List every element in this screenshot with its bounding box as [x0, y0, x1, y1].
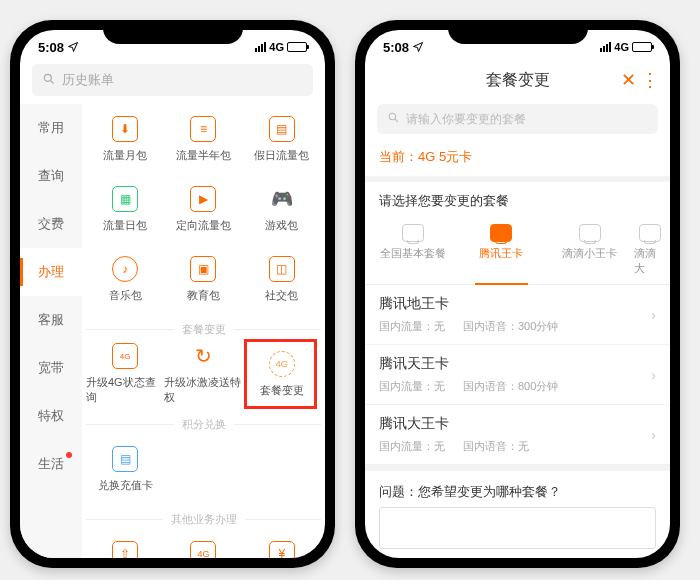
svg-point-2: [389, 113, 396, 120]
card-icon: ▤: [112, 446, 138, 472]
plan-item[interactable]: 腾讯天王卡 国内流量：无 国内语音：800分钟 ›: [365, 345, 670, 405]
folder-icon: [402, 224, 424, 242]
notification-dot: [66, 452, 72, 458]
package-icon: ≡: [190, 116, 216, 142]
page-header: 套餐变更 ✕ ⋮: [365, 60, 670, 100]
package-icon: ▤: [269, 116, 295, 142]
grid-item[interactable]: ▦流量日包: [86, 174, 164, 244]
grid-item[interactable]: ♪音乐包: [86, 244, 164, 314]
page-title: 套餐变更: [486, 70, 550, 91]
folder-icon: [490, 224, 512, 242]
grid-item[interactable]: ¥话费代扣: [243, 529, 321, 558]
plan-name: 腾讯大王卡: [379, 415, 656, 433]
sidebar: 常用 查询 交费 办理 客服 宽带 特权 生活: [20, 104, 82, 558]
battery-icon: [287, 42, 307, 52]
sidebar-item-query[interactable]: 查询: [20, 152, 82, 200]
svg-line-3: [395, 119, 398, 122]
grid-item-empty: [164, 434, 242, 504]
signal-icon: [600, 42, 611, 52]
screen-left: 5:08 4G 历史账单 常用 查询 交费 办理 客服 宽带: [20, 30, 325, 558]
grid-item[interactable]: ◫社交包: [243, 244, 321, 314]
sidebar-item-service[interactable]: 客服: [20, 296, 82, 344]
sidebar-item-common[interactable]: 常用: [20, 104, 82, 152]
tab-didi-big[interactable]: 滴滴大: [634, 220, 666, 284]
grid-item[interactable]: 4G开通4G网络: [164, 529, 242, 558]
package-icon: ▦: [112, 186, 138, 212]
tab-tencent[interactable]: 腾讯王卡: [457, 220, 545, 284]
package-icon: ⬇: [112, 116, 138, 142]
education-icon: ▣: [190, 256, 216, 282]
more-button[interactable]: ⋮: [641, 69, 658, 91]
upgrade-icon: ⇧: [112, 541, 138, 559]
plan-name: 腾讯天王卡: [379, 355, 656, 373]
plan-item[interactable]: 腾讯大王卡 国内流量：无 国内语音：无 ›: [365, 405, 670, 465]
answer-textarea[interactable]: [379, 507, 656, 549]
status-net: 4G: [269, 41, 284, 53]
search-input[interactable]: 历史账单: [32, 64, 313, 96]
4g-icon: 4G: [112, 343, 138, 369]
sidebar-item-privilege[interactable]: 特权: [20, 392, 82, 440]
status-net: 4G: [614, 41, 629, 53]
grid-item[interactable]: ⬇流量月包: [86, 104, 164, 174]
tab-didi-small[interactable]: 滴滴小王卡: [546, 220, 634, 284]
phone-right: 5:08 4G 套餐变更 ✕ ⋮ 请输入你要变更的套餐 当前：4G 5元卡: [355, 20, 680, 568]
section-title: 其他业务办理: [86, 504, 321, 529]
tab-national[interactable]: 全国基本套餐: [369, 220, 457, 284]
music-icon: ♪: [112, 256, 138, 282]
sidebar-item-handle[interactable]: 办理: [20, 248, 82, 296]
current-plan-row: 当前：4G 5元卡: [365, 138, 670, 176]
4g-icon: 4G: [190, 541, 216, 559]
chevron-right-icon: ›: [651, 427, 656, 443]
grid-item-plan-change[interactable]: 4G 套餐变更: [243, 339, 321, 409]
search-input[interactable]: 请输入你要变更的套餐: [377, 104, 658, 134]
plan-meta: 国内流量：无 国内语音：800分钟: [379, 379, 656, 394]
section-title: 积分兑换: [86, 409, 321, 434]
plan-meta: 国内流量：无 国内语音：300分钟: [379, 319, 656, 334]
status-time: 5:08: [383, 40, 409, 55]
grid-item[interactable]: ▤兑换充值卡: [86, 434, 164, 504]
refresh-icon: ↻: [190, 343, 216, 369]
social-icon: ◫: [269, 256, 295, 282]
fee-icon: ¥: [269, 541, 295, 559]
section-title: 套餐变更: [86, 314, 321, 339]
grid-item[interactable]: ▶定向流量包: [164, 174, 242, 244]
svg-point-0: [44, 74, 51, 81]
select-plan-label: 请选择您要变更的套餐: [365, 182, 670, 220]
notch: [448, 20, 588, 44]
close-button[interactable]: ✕: [621, 69, 636, 91]
highlight-box: [244, 339, 317, 409]
folder-icon: [639, 224, 661, 242]
sidebar-item-life[interactable]: 生活: [20, 440, 82, 488]
grid-item[interactable]: ▤假日流量包: [243, 104, 321, 174]
sidebar-item-pay[interactable]: 交费: [20, 200, 82, 248]
grid-item[interactable]: 4G升级4G状态查询: [86, 339, 164, 409]
search-icon: [387, 111, 400, 127]
search-placeholder: 历史账单: [62, 71, 114, 89]
svg-line-1: [51, 80, 54, 83]
screen-right: 5:08 4G 套餐变更 ✕ ⋮ 请输入你要变更的套餐 当前：4G 5元卡: [365, 30, 670, 558]
chevron-right-icon: ›: [651, 307, 656, 323]
grid-item[interactable]: ⇧网龄升级计划: [86, 529, 164, 558]
status-time: 5:08: [38, 40, 64, 55]
phone-left: 5:08 4G 历史账单 常用 查询 交费 办理 客服 宽带: [10, 20, 335, 568]
plan-meta: 国内流量：无 国内语音：无: [379, 439, 656, 454]
search-icon: [42, 72, 56, 89]
notch: [103, 20, 243, 44]
grid-item[interactable]: ↻升级冰激凌送特权: [164, 339, 242, 409]
plan-item[interactable]: 腾讯地王卡 国内流量：无 国内语音：300分钟 ›: [365, 285, 670, 345]
search-placeholder: 请输入你要变更的套餐: [406, 111, 526, 128]
grid-item[interactable]: 🎮游戏包: [243, 174, 321, 244]
grid-item-empty: [243, 434, 321, 504]
grid-area[interactable]: ⬇流量月包 ≡流量半年包 ▤假日流量包 ▦流量日包 ▶定向流量包 🎮游戏包 ♪音…: [82, 104, 325, 558]
question-label: 问题：您希望变更为哪种套餐？: [365, 471, 670, 507]
sidebar-item-broadband[interactable]: 宽带: [20, 344, 82, 392]
location-icon: [67, 41, 79, 53]
game-icon: 🎮: [269, 186, 295, 212]
signal-icon: [255, 42, 266, 52]
battery-icon: [632, 42, 652, 52]
grid-item[interactable]: ≡流量半年包: [164, 104, 242, 174]
location-icon: [412, 41, 424, 53]
warning-text: *限制输入100以内汉字，提交成功后第二天可重新问卷调查哦！: [365, 549, 670, 558]
grid-item[interactable]: ▣教育包: [164, 244, 242, 314]
plan-name: 腾讯地王卡: [379, 295, 656, 313]
